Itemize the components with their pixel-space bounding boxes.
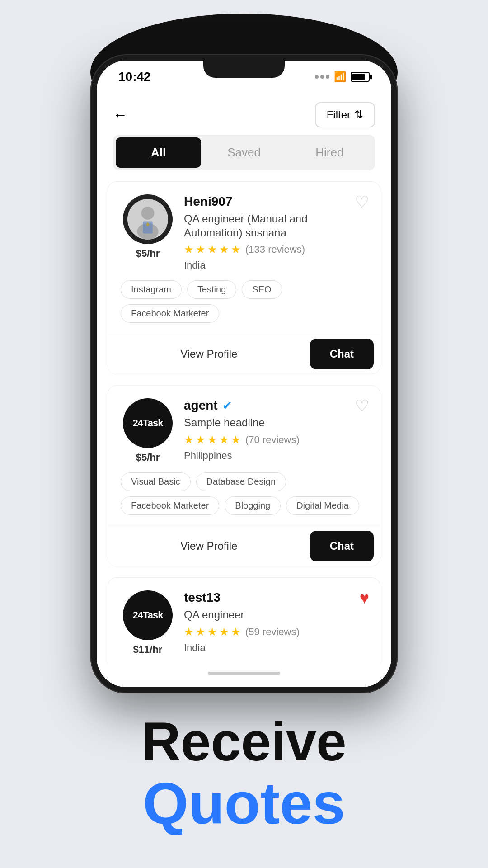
star-1-5: ★ [231, 243, 241, 256]
avatar-2: 24Task [123, 398, 173, 448]
bottom-text-section: Receive Quotes [114, 712, 374, 868]
tag-seo: SEO [242, 280, 282, 299]
avatar-1 [123, 194, 173, 244]
freelancer-card-1: ♡ [108, 181, 380, 374]
view-profile-button-1[interactable]: View Profile [108, 334, 310, 374]
star-1-1: ★ [184, 243, 194, 256]
star-3-3: ★ [207, 626, 217, 638]
card-info-3: test13 QA engineer ★ ★ ★ ★ ★ (59 reviews… [184, 590, 367, 653]
app-header: ← Filter ⇅ [97, 90, 391, 135]
avatar-person-icon [127, 199, 168, 240]
card-title-3: QA engineer [184, 608, 367, 622]
freelancer-card-2: ♡ 24Task $5/hr agent [108, 385, 380, 566]
filter-label: Filter [327, 108, 351, 121]
tab-saved[interactable]: Saved [201, 137, 286, 168]
star-2-4: ★ [219, 434, 229, 446]
signal-dots [315, 75, 329, 79]
battery-icon [351, 72, 370, 82]
country-3: India [184, 642, 367, 654]
avatar-label-3: 24Task [133, 609, 163, 621]
avatar-wrap-3: 24Task $11/hr [121, 590, 175, 656]
username-3: test13 [184, 590, 221, 605]
card-name-row-2: agent ✔ [184, 398, 367, 413]
card-title-2: Sample headline [184, 415, 367, 429]
card-top-1: $5/hr Heni907 QA engineer (Manual and Au… [121, 194, 367, 271]
card-info-1: Heni907 QA engineer (Manual and Automati… [184, 194, 367, 271]
reviews-1: (133 reviews) [245, 244, 305, 255]
star-3-2: ★ [196, 626, 206, 638]
star-3-4: ★ [219, 626, 229, 638]
notch [203, 61, 285, 78]
star-1-4: ★ [219, 243, 229, 256]
stars-1: ★ ★ ★ ★ ★ (133 reviews) [184, 243, 367, 256]
card-name-row-1: Heni907 [184, 194, 367, 209]
star-3-5: ★ [231, 626, 241, 638]
tag-facebook-marketer-2: Facebook Marketer [121, 496, 219, 515]
reviews-2: (70 reviews) [245, 434, 300, 446]
star-2-2: ★ [196, 434, 206, 446]
avatar-3: 24Task [123, 590, 173, 640]
price-2: $5/hr [136, 452, 160, 463]
save-button-2[interactable]: ♡ [355, 396, 369, 415]
signal-dot-1 [315, 75, 319, 79]
tag-database-design: Database Design [196, 472, 286, 491]
tab-all[interactable]: All [116, 137, 201, 168]
battery-fill [352, 74, 365, 80]
tags-1: Instagram Testing SEO Facebook Marketer [121, 280, 367, 323]
avatar-wrap-2: 24Task $5/hr [121, 398, 175, 463]
phone-screen: 10:42 📶 ← [97, 61, 391, 687]
svg-point-1 [141, 207, 155, 220]
status-time: 10:42 [118, 70, 151, 84]
tab-hired[interactable]: Hired [287, 137, 372, 168]
tabs-container: All Saved Hired [113, 135, 375, 170]
back-button[interactable]: ← [113, 107, 127, 123]
tags-2: Visual Basic Database Design Facebook Ma… [121, 472, 367, 515]
signal-dot-2 [320, 75, 324, 79]
star-2-5: ★ [231, 434, 241, 446]
card-actions-1: View Profile Chat [108, 334, 380, 374]
tag-instagram: Instagram [121, 280, 182, 299]
chat-button-2[interactable]: Chat [310, 531, 374, 561]
star-1-2: ★ [196, 243, 206, 256]
price-3: $11/hr [133, 644, 163, 656]
phone-shell: 10:42 📶 ← [90, 54, 398, 693]
phone-wrapper: 10:42 📶 ← [90, 54, 398, 693]
star-2-1: ★ [184, 434, 194, 446]
stars-3: ★ ★ ★ ★ ★ (59 reviews) [184, 626, 367, 638]
view-profile-button-2[interactable]: View Profile [108, 526, 310, 566]
reviews-3: (59 reviews) [245, 626, 300, 638]
tag-facebook-marketer: Facebook Marketer [121, 304, 219, 323]
tag-testing: Testing [187, 280, 236, 299]
star-1-3: ★ [207, 243, 217, 256]
app-content: ← Filter ⇅ All Saved Hired ♡ [97, 90, 391, 687]
save-button-3[interactable]: ♥ [360, 589, 369, 608]
cards-container: ♡ [97, 181, 391, 665]
tag-digital-media: Digital Media [286, 496, 359, 515]
card-top-2: 24Task $5/hr agent ✔ Sample headline [121, 398, 367, 463]
username-2: agent [184, 398, 218, 413]
username-1: Heni907 [184, 194, 232, 209]
signal-dot-3 [326, 75, 329, 79]
chat-button-1[interactable]: Chat [310, 339, 374, 369]
stars-2: ★ ★ ★ ★ ★ (70 reviews) [184, 434, 367, 446]
star-3-1: ★ [184, 626, 194, 638]
country-2: Philippines [184, 450, 367, 462]
tag-visual-basic: Visual Basic [121, 472, 191, 491]
avatar-wrap-1: $5/hr [121, 194, 175, 259]
wifi-icon: 📶 [334, 71, 346, 83]
scroll-indicator [208, 672, 280, 675]
price-1: $5/hr [136, 248, 160, 259]
card-info-2: agent ✔ Sample headline ★ ★ ★ ★ ★ [184, 398, 367, 461]
quotes-text: Quotes [141, 771, 347, 836]
filter-button[interactable]: Filter ⇅ [315, 102, 375, 127]
receive-text: Receive [141, 712, 347, 771]
filter-icon: ⇅ [354, 108, 363, 121]
card-name-row-3: test13 [184, 590, 367, 605]
verified-badge-2: ✔ [222, 399, 232, 413]
star-2-3: ★ [207, 434, 217, 446]
status-icons: 📶 [315, 71, 370, 83]
tag-blogging: Blogging [225, 496, 281, 515]
save-button-1[interactable]: ♡ [355, 193, 369, 212]
avatar-label-2: 24Task [133, 417, 163, 429]
card-title-1: QA engineer (Manual and Automation) snsn… [184, 212, 367, 240]
